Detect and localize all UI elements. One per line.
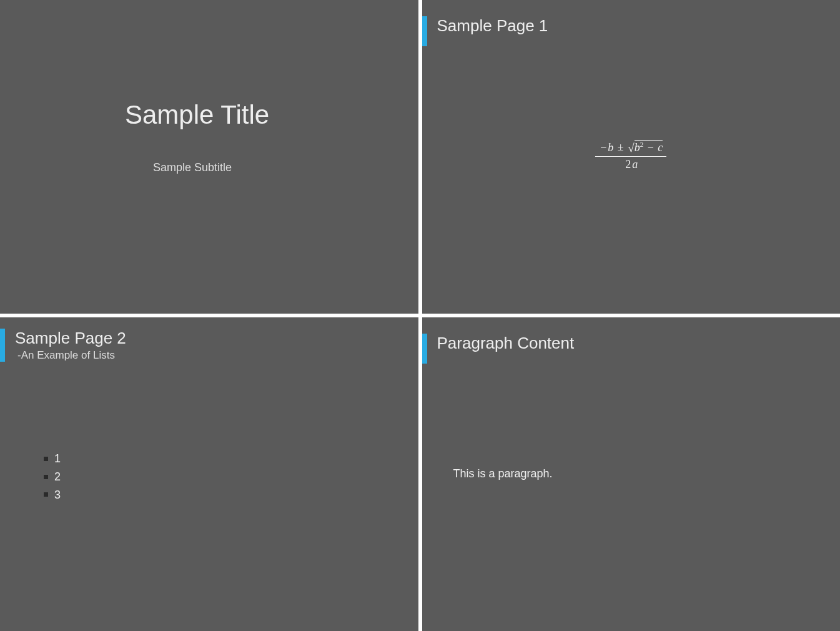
bullet-icon bbox=[44, 475, 48, 479]
formula-denominator: 2a bbox=[595, 157, 666, 171]
var-b: b bbox=[608, 141, 613, 154]
sqrt-icon: √ bbox=[628, 141, 634, 154]
var-c: c bbox=[658, 141, 663, 154]
pm-sign: ± bbox=[616, 141, 625, 154]
frame-title-text: Sample Page 1 bbox=[437, 16, 548, 36]
neg-sign: − bbox=[599, 141, 608, 154]
radicand: b2 − c bbox=[635, 140, 663, 154]
slide-grid: Sample Title Sample Subtitle Sample Page… bbox=[0, 0, 840, 631]
list-item: 3 bbox=[44, 486, 61, 504]
list-item-label: 1 bbox=[54, 450, 61, 468]
bullet-icon bbox=[44, 457, 48, 461]
formula-numerator: −b ± √b2 − c bbox=[595, 141, 666, 156]
frame-subtitle-text: -An Example of Lists bbox=[15, 349, 126, 362]
frame-title-text: Paragraph Content bbox=[437, 334, 575, 353]
var-a: a bbox=[632, 158, 638, 171]
paragraph-text: This is a paragraph. bbox=[453, 467, 553, 480]
slide-paragraph: Paragraph Content This is a paragraph. bbox=[422, 317, 841, 631]
list-item-label: 2 bbox=[54, 468, 61, 486]
slide-title: Sample Title Sample Subtitle bbox=[0, 0, 418, 314]
slide-page-2: Sample Page 2 -An Example of Lists 1 2 3 bbox=[0, 317, 418, 631]
quadratic-formula: −b ± √b2 − c 2a bbox=[595, 141, 666, 171]
presentation-title: Sample Title bbox=[125, 100, 269, 130]
frame-title-text: Sample Page 2 bbox=[15, 329, 126, 348]
item-list: 1 2 3 bbox=[44, 450, 61, 504]
frame-title-bar: Sample Page 2 -An Example of Lists bbox=[0, 329, 126, 362]
list-item-label: 3 bbox=[54, 486, 61, 504]
list-item: 1 bbox=[44, 450, 61, 468]
const-2: 2 bbox=[624, 158, 632, 171]
bullet-icon bbox=[44, 492, 48, 497]
minus-sign: − bbox=[646, 141, 655, 154]
list-item: 2 bbox=[44, 468, 61, 486]
exp-2: 2 bbox=[640, 141, 644, 148]
slide-page-1: Sample Page 1 −b ± √b2 − c 2a bbox=[422, 0, 841, 314]
frame-title-bar: Sample Page 1 bbox=[422, 16, 548, 46]
presentation-subtitle: Sample Subtitle bbox=[153, 161, 232, 174]
frame-title-bar: Paragraph Content bbox=[422, 334, 575, 364]
